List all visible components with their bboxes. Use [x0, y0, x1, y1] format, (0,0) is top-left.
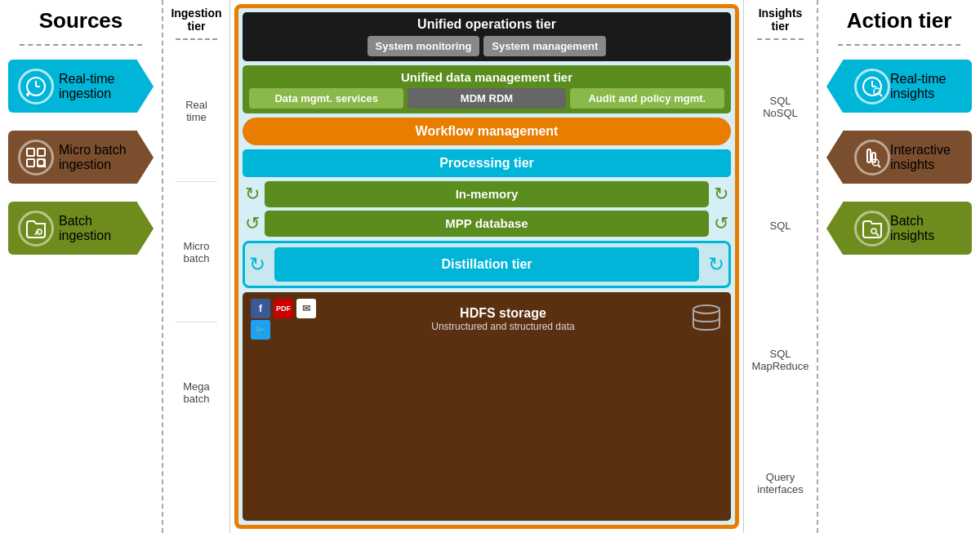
unified-data-tier: Unified data management tier Data mgmt. … [243, 65, 731, 113]
realtime-label: Realtime [167, 42, 226, 180]
svg-rect-4 [27, 149, 34, 156]
action-divider [838, 44, 960, 46]
action-title: Action tier [847, 8, 952, 33]
twitter-icon: 🐦 [251, 320, 270, 340]
unified-ops-tier: Unified operations tier System monitorin… [243, 12, 731, 61]
sources-divider [20, 44, 142, 46]
svg-line-16 [880, 94, 882, 96]
realtime-ingestion-label: Real-time ingestion [59, 72, 131, 101]
arrow-left-inmemory: ↻ [243, 184, 262, 205]
batch-insights-badge: Batch insights [826, 202, 972, 255]
insights-tier-labels: Insightstier SQLNoSQL SQL SQLMapReduce Q… [743, 0, 817, 533]
unified-data-title: Unified data management tier [249, 70, 724, 84]
ingestion-tier-labels: Ingestiontier Realtime Microbatch Megaba… [163, 0, 230, 533]
audit-policy-box: Audit and policy mgmt. [570, 88, 724, 109]
sources-title: Sources [39, 8, 123, 33]
in-memory-bar: In-memory [265, 181, 709, 207]
realtime-insights-tip [826, 60, 843, 113]
hdfs-subtitle: Unstructured and structured data [323, 321, 684, 332]
microbatch-label: Microbatch [167, 184, 226, 321]
sources-column: Sources Real-time ingestion Micro batch … [0, 0, 163, 533]
interactive-insights-badge: Interactive insights [826, 131, 972, 184]
unified-ops-title: Unified operations tier [249, 17, 724, 32]
system-monitoring-box: System monitoring [368, 36, 480, 56]
svg-point-11 [693, 305, 719, 313]
batch-ingestion-tip [137, 202, 154, 255]
orange-box: Unified operations tier System monitorin… [234, 4, 739, 529]
workflow-bar: Workflow management [243, 118, 731, 145]
distillation-outer: ↻ Distillation tier ↻ [243, 241, 731, 288]
finger-icon [854, 140, 890, 175]
svg-rect-5 [38, 149, 45, 156]
ingestion-tier-title: Ingestiontier [167, 7, 226, 33]
arrow-left-distil: ↻ [249, 253, 272, 276]
processing-text: Processing tier [439, 156, 534, 170]
insights-tier-title: Insightstier [747, 7, 813, 33]
realtime-ingestion-tip [137, 60, 154, 113]
realtime-insights-label: Real-time insights [890, 72, 962, 101]
hdfs-icons: f PDF ✉ 🐦 [251, 299, 316, 340]
workflow-text: Workflow management [416, 124, 559, 138]
arrow-right-inmemory: ↻ [711, 184, 731, 205]
batch-ingestion-badge: Batch ingestion [8, 202, 154, 255]
distillation-text: Distillation tier [441, 257, 532, 271]
svg-point-3 [26, 93, 29, 96]
microbatch-ingestion-label: Micro batch ingestion [59, 143, 131, 172]
svg-line-22 [876, 233, 879, 236]
megabatch-label: Megabatch [167, 324, 226, 461]
ops-row: System monitoring System management [249, 36, 724, 56]
arrow-right-distil: ↻ [702, 253, 724, 276]
interactive-insights-tip [826, 131, 843, 184]
microbatch-ingestion-badge: Micro batch ingestion [8, 131, 154, 184]
batch-ingestion-label: Batch ingestion [59, 214, 131, 243]
facebook-icon: f [251, 299, 270, 318]
microbatch-ingestion-tip [137, 131, 154, 184]
arrow-right-mpp: ↺ [711, 213, 731, 234]
sql-label: SQL [747, 171, 813, 279]
mpp-text: MPP database [445, 216, 528, 230]
center-block: Ingestiontier Realtime Microbatch Megaba… [163, 0, 817, 533]
processing-bar: Processing tier [243, 149, 731, 177]
batch-insights-label: Batch insights [890, 214, 962, 243]
folder-icon-batch [18, 211, 54, 247]
system-management-box: System management [483, 36, 606, 56]
folder-insights-icon [854, 211, 890, 247]
svg-rect-17 [867, 149, 871, 162]
mdm-rdm-box: MDM RDM [408, 88, 565, 109]
grid-icon-microbatch [18, 140, 54, 175]
realtime-ingestion-badge: Real-time ingestion [8, 60, 154, 113]
realtime-insights-badge: Real-time insights [826, 60, 972, 113]
hdfs-section: f PDF ✉ 🐦 HDFS storage Unstructured and … [243, 292, 731, 521]
in-memory-row: ↻ In-memory ↻ [243, 181, 731, 207]
svg-line-20 [878, 165, 880, 167]
interactive-insights-label: Interactive insights [890, 143, 962, 172]
distillation-bar: Distillation tier [274, 247, 699, 282]
hdfs-db-icon [690, 301, 723, 337]
svg-point-21 [871, 229, 876, 233]
batch-insights-tip [826, 202, 843, 255]
sql-mapreduce-label: SQLMapReduce [747, 279, 813, 441]
svg-point-8 [38, 159, 44, 166]
data-mgmt-box: Data mgmt. services [249, 88, 403, 109]
clock-icon-insights [854, 69, 890, 104]
data-row: Data mgmt. services MDM RDM Audit and po… [249, 88, 724, 109]
pdf-icon: PDF [274, 299, 293, 318]
memory-section: ↻ In-memory ↻ ↺ MPP database ↺ [243, 181, 731, 237]
action-column: Action tier Real-time insights Interacti… [817, 0, 980, 533]
main-container: Sources Real-time ingestion Micro batch … [0, 0, 980, 533]
hdfs-title: HDFS storage [323, 306, 684, 321]
in-memory-text: In-memory [456, 187, 519, 201]
mpp-bar: MPP database [265, 211, 709, 237]
query-interfaces-label: Queryinterfaces [747, 441, 813, 526]
sql-nosql-label: SQLNoSQL [747, 42, 813, 171]
arrow-left-mpp: ↺ [243, 213, 262, 234]
mpp-row: ↺ MPP database ↺ [243, 211, 731, 237]
clock-icon-realtime [18, 69, 54, 104]
mail-icon: ✉ [296, 299, 316, 318]
svg-rect-6 [27, 159, 34, 167]
